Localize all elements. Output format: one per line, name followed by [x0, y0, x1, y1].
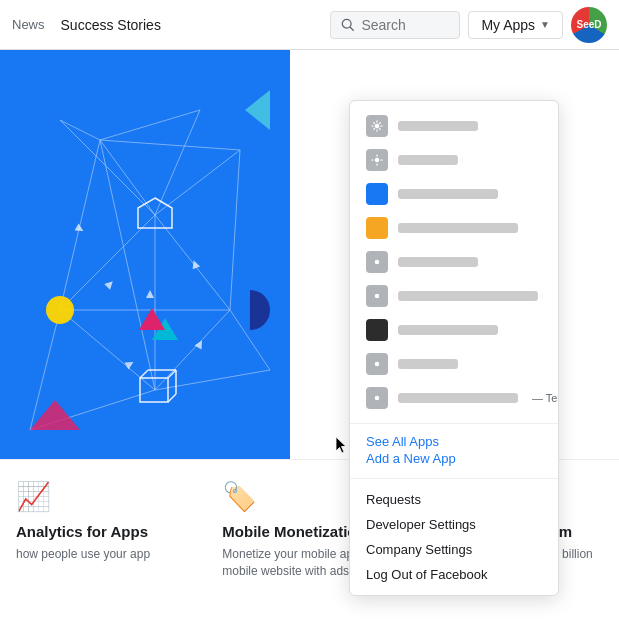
dropdown-app-item[interactable]	[350, 347, 558, 381]
app-icon	[366, 387, 388, 409]
search-icon	[341, 18, 355, 32]
apps-list: — Test	[350, 101, 558, 424]
app-name	[398, 325, 498, 335]
app-name	[398, 189, 498, 199]
dropdown-app-item[interactable]	[350, 177, 558, 211]
app-name	[398, 393, 518, 403]
see-all-apps-link[interactable]: See All Apps	[366, 434, 542, 449]
svg-marker-37	[139, 308, 165, 330]
dropdown-footer: See All Apps Add a New App	[350, 424, 558, 478]
add-new-app-link[interactable]: Add a New App	[366, 451, 542, 466]
avatar-inner: SeeD	[571, 7, 607, 43]
dropdown-app-item[interactable]	[350, 313, 558, 347]
header-nav: News Success Stories	[12, 17, 161, 33]
nav-item-news[interactable]: News	[12, 17, 45, 32]
app-icon	[366, 251, 388, 273]
svg-line-11	[230, 150, 240, 310]
svg-line-5	[60, 140, 100, 310]
app-icon	[366, 183, 388, 205]
app-icon	[366, 115, 388, 137]
svg-marker-22	[104, 278, 115, 289]
analytics-desc: how people use your app	[16, 546, 190, 563]
dropdown-app-item[interactable]	[350, 109, 558, 143]
svg-marker-39	[245, 90, 270, 130]
dropdown-app-item[interactable]: — Test	[350, 381, 558, 415]
svg-line-34	[168, 394, 176, 402]
my-apps-label: My Apps	[481, 17, 535, 33]
app-name	[398, 223, 518, 233]
logout-link[interactable]: Log Out of Facebook	[366, 562, 542, 587]
app-icon	[366, 285, 388, 307]
dropdown-app-item[interactable]	[350, 245, 558, 279]
dropdown-section-links: Requests Developer Settings Company Sett…	[350, 478, 558, 595]
developer-settings-link[interactable]: Developer Settings	[366, 512, 542, 537]
search-bar[interactable]	[330, 11, 460, 39]
header: News Success Stories My Apps ▼ SeeD	[0, 0, 619, 50]
svg-point-42	[375, 260, 380, 265]
search-input[interactable]	[361, 17, 449, 33]
svg-point-44	[375, 362, 380, 367]
svg-marker-38	[30, 400, 80, 430]
svg-marker-25	[146, 290, 154, 298]
app-icon	[366, 149, 388, 171]
app-name	[398, 359, 458, 369]
svg-point-35	[46, 296, 74, 324]
app-name	[398, 121, 478, 131]
my-apps-dropdown: — Test See All Apps Add a New App Reques…	[349, 100, 559, 596]
company-settings-link[interactable]: Company Settings	[366, 537, 542, 562]
analytics-icon: 📈	[16, 480, 190, 513]
app-icon	[366, 319, 388, 341]
analytics-title: Analytics for Apps	[16, 523, 190, 540]
svg-line-30	[140, 370, 148, 378]
svg-point-41	[375, 158, 380, 163]
svg-line-21	[100, 110, 200, 140]
app-icon	[366, 353, 388, 375]
svg-marker-24	[125, 359, 136, 370]
svg-line-14	[100, 140, 240, 150]
dropdown-app-item[interactable]	[350, 279, 558, 313]
app-name	[398, 257, 478, 267]
svg-line-19	[155, 110, 200, 215]
nav-item-success-stories[interactable]: Success Stories	[61, 17, 161, 33]
svg-line-1	[351, 27, 354, 30]
hero-graphic	[0, 50, 290, 470]
app-name	[398, 291, 538, 301]
header-right: My Apps ▼ SeeD	[330, 7, 607, 43]
svg-line-6	[155, 215, 230, 310]
app-name	[398, 155, 458, 165]
svg-marker-27	[195, 339, 206, 350]
svg-line-20	[60, 120, 100, 140]
svg-line-31	[168, 370, 176, 378]
requests-link[interactable]: Requests	[366, 487, 542, 512]
svg-marker-23	[190, 259, 200, 269]
svg-point-45	[375, 396, 380, 401]
svg-point-43	[375, 294, 380, 299]
svg-line-2	[60, 215, 155, 310]
svg-point-40	[375, 124, 380, 129]
app-tag: — Test	[532, 392, 559, 404]
analytics-card: 📈 Analytics for Apps how people use your…	[0, 480, 206, 563]
dropdown-app-item[interactable]	[350, 211, 558, 245]
app-icon	[366, 217, 388, 239]
dropdown-app-item[interactable]	[350, 143, 558, 177]
avatar[interactable]: SeeD	[571, 7, 607, 43]
my-apps-button[interactable]: My Apps ▼	[468, 11, 563, 39]
svg-line-18	[60, 120, 155, 215]
chevron-down-icon: ▼	[540, 19, 550, 30]
main-content: 📈 Analytics for Apps how people use your…	[0, 50, 619, 619]
